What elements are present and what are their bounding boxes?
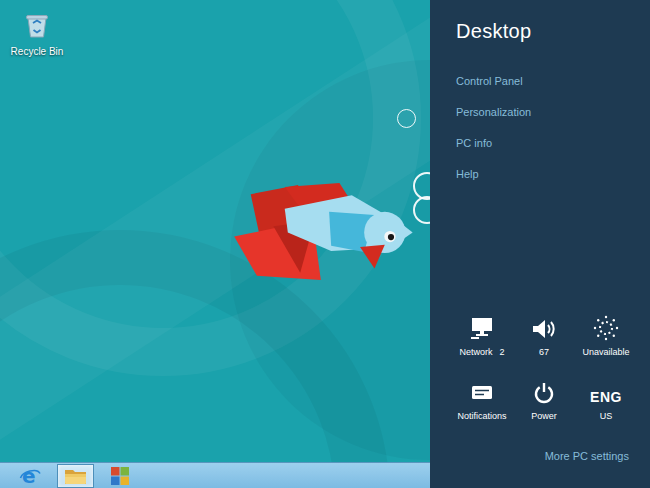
colored-app-icon [110, 466, 130, 486]
recycle-bin[interactable]: Recycle Bin [8, 10, 66, 57]
volume-icon [531, 314, 557, 341]
recycle-bin-label: Recycle Bin [8, 46, 66, 57]
settings-link-help[interactable]: Help [456, 168, 479, 180]
settings-links: Control Panel Personalization PC info He… [456, 64, 531, 188]
tile-power[interactable]: Power [514, 378, 574, 424]
settings-charm-panel: Desktop Control Panel Personalization PC… [430, 0, 650, 488]
recycle-bin-icon [22, 10, 52, 40]
network-label: Network [459, 347, 492, 357]
brightness-icon [593, 314, 619, 341]
settings-link-pc-info[interactable]: PC info [456, 137, 492, 149]
file-explorer-button[interactable] [57, 464, 94, 488]
language-icon: ENG [590, 378, 622, 405]
betta-fish-illustration [228, 172, 424, 297]
network-icon [469, 314, 495, 341]
quick-settings-tiles: Network 2 67 [452, 314, 636, 424]
file-explorer-icon [64, 467, 87, 485]
network-value: 2 [500, 347, 505, 357]
brightness-label: Unavailable [582, 347, 629, 357]
bubble-circle [397, 109, 416, 128]
internet-explorer-button[interactable]: e [12, 464, 48, 488]
tile-language[interactable]: ENG US [576, 378, 636, 424]
tile-notifications[interactable]: Notifications [452, 378, 512, 424]
settings-link-control-panel[interactable]: Control Panel [456, 75, 523, 87]
notifications-icon [469, 378, 495, 405]
language-code: ENG [590, 389, 622, 405]
windows8-desktop: Recycle Bin e Desktop [0, 0, 650, 488]
settings-link-personalization[interactable]: Personalization [456, 106, 531, 118]
internet-explorer-icon: e [19, 465, 41, 487]
volume-label: 67 [539, 347, 549, 357]
language-label: US [600, 411, 613, 421]
tile-brightness[interactable]: Unavailable [576, 314, 636, 360]
notifications-label: Notifications [457, 411, 506, 421]
colored-app-button[interactable] [103, 464, 137, 488]
panel-title: Desktop [456, 20, 531, 43]
tile-network[interactable]: Network 2 [452, 314, 512, 360]
power-icon [531, 378, 557, 405]
svg-text:e: e [22, 465, 36, 487]
more-pc-settings-link[interactable]: More PC settings [545, 450, 629, 462]
power-label: Power [531, 411, 557, 421]
tile-volume[interactable]: 67 [514, 314, 574, 360]
